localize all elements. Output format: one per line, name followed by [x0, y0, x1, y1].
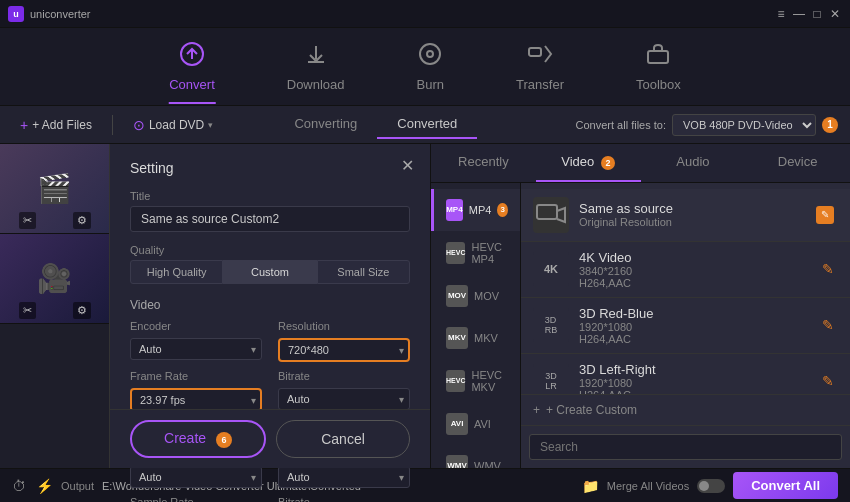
4k-preset-name: 4K Video: [579, 250, 808, 265]
effect-icon[interactable]: ⚙: [73, 212, 91, 229]
format-wmv[interactable]: WMV WMV: [431, 445, 520, 468]
audio-encoder-select[interactable]: Auto: [130, 466, 262, 488]
audio-channel-wrapper: Auto: [278, 466, 410, 488]
quality-label: Quality: [130, 244, 410, 256]
audio-bitrate-label: Bitrate: [278, 496, 410, 502]
folder-btn[interactable]: 📁: [582, 478, 599, 494]
tab-device[interactable]: Device: [745, 144, 850, 182]
tab-video[interactable]: Video 2: [536, 144, 641, 182]
resolution-label: Resolution: [278, 320, 410, 332]
title-bar-left: u uniconverter: [8, 6, 91, 22]
setting-panel: Setting ✕ Title Same as source Custom2 Q…: [110, 144, 430, 468]
preset-3d-left-right[interactable]: 3DLR 3D Left-Right 1920*1080H264,AAC ✎: [521, 354, 850, 394]
minimize-btn[interactable]: —: [792, 7, 806, 21]
format-search: [521, 425, 850, 468]
close-btn[interactable]: ✕: [828, 7, 842, 21]
3d-lr-edit[interactable]: ✎: [818, 371, 838, 391]
clock-icon[interactable]: ⏱: [12, 478, 26, 494]
lightning-icon[interactable]: ⚡: [36, 478, 53, 494]
wmv-label: WMV: [474, 460, 501, 468]
format-hevc-mp4[interactable]: HEVC HEVC MP4: [431, 231, 520, 275]
preset-3d-red-blue[interactable]: 3DRB 3D Red-Blue 1920*1080H264,AAC ✎: [521, 298, 850, 354]
custom-quality-btn[interactable]: Custom: [223, 260, 316, 284]
src-preset-icon: [533, 197, 569, 233]
nav-transfer-label: Transfer: [516, 77, 564, 92]
nav-toolbox[interactable]: Toolbox: [620, 35, 697, 98]
plus-icon: +: [533, 403, 540, 417]
preset-4k[interactable]: 4K 4K Video 3840*2160H264,AAC ✎: [521, 242, 850, 298]
trim-icon[interactable]: ✂: [19, 212, 36, 229]
svg-rect-5: [537, 205, 557, 219]
title-bar-controls[interactable]: ≡ — □ ✕: [774, 7, 842, 21]
format-body: MP4 MP4 3 HEVC HEVC MP4 MOV MOV MKV MKV: [431, 183, 850, 468]
top-nav: Convert Download Burn Transfer: [0, 28, 850, 106]
high-quality-btn[interactable]: High Quality: [130, 260, 223, 284]
create-button[interactable]: Create 6: [130, 420, 266, 458]
tab-converting[interactable]: Converting: [274, 110, 377, 139]
svg-rect-4: [648, 51, 668, 63]
convert-all-label: Convert all files to:: [576, 119, 666, 131]
frame-rate-field: Frame Rate 23.97 fps: [130, 370, 262, 412]
encoder-select[interactable]: Auto: [130, 338, 262, 360]
nav-download[interactable]: Download: [271, 35, 361, 98]
cancel-button[interactable]: Cancel: [276, 420, 410, 458]
tab-audio[interactable]: Audio: [641, 144, 746, 182]
format-hevc-mkv[interactable]: HEVC HEVC MKV: [431, 359, 520, 403]
svg-point-1: [420, 44, 440, 64]
format-avi[interactable]: AVI AVI: [431, 403, 520, 445]
quality-row: High Quality Custom Small Size: [130, 260, 410, 284]
audio-sample-label: Sample Rate: [130, 496, 262, 502]
tab-recently[interactable]: Recently: [431, 144, 536, 182]
3d-rb-edit[interactable]: ✎: [818, 315, 838, 335]
dvd-arrow-icon: ▾: [208, 120, 213, 130]
src-preset-edit[interactable]: ✎: [812, 204, 838, 226]
bitrate-select[interactable]: Auto: [278, 388, 410, 410]
mov-icon: MOV: [446, 285, 468, 307]
create-badge: 6: [216, 432, 232, 448]
format-mov[interactable]: MOV MOV: [431, 275, 520, 317]
nav-download-label: Download: [287, 77, 345, 92]
load-dvd-btn[interactable]: ⊙ Load DVD ▾: [125, 113, 221, 137]
convert-all-format-select[interactable]: VOB 480P DVD-Video: [672, 114, 816, 136]
convert-all-btn[interactable]: Convert All: [733, 472, 838, 499]
file-thumb-icons-1: ✂ ⚙: [0, 212, 109, 229]
small-size-btn[interactable]: Small Size: [317, 260, 410, 284]
preset-same-as-source[interactable]: Same as source Original Resolution ✎: [521, 189, 850, 242]
convert-all-label: Convert All: [751, 478, 820, 493]
mp4-icon: MP4: [446, 199, 463, 221]
effect-icon-2[interactable]: ⚙: [73, 302, 91, 319]
encoder-select-wrapper: Auto: [130, 338, 262, 360]
format-search-input[interactable]: [529, 434, 842, 460]
src-preset-detail: Original Resolution: [579, 216, 802, 228]
mkv-icon: MKV: [446, 327, 468, 349]
create-custom-btn[interactable]: + + Create Custom: [521, 394, 850, 425]
4k-preset-edit[interactable]: ✎: [818, 259, 838, 279]
trim-icon-2[interactable]: ✂: [19, 302, 36, 319]
nav-burn[interactable]: Burn: [401, 35, 460, 98]
resolution-select[interactable]: 720*480: [278, 338, 410, 362]
title-bar: u uniconverter ≡ — □ ✕: [0, 0, 850, 28]
3d-lr-preset-detail: 1920*1080H264,AAC: [579, 377, 808, 394]
nav-transfer[interactable]: Transfer: [500, 35, 580, 98]
nav-convert[interactable]: Convert: [153, 35, 231, 98]
format-mp4[interactable]: MP4 MP4 3: [431, 189, 520, 231]
3d-rb-preset-icon: 3DRB: [533, 307, 569, 343]
audio-channel-select[interactable]: Auto: [278, 466, 410, 488]
setting-close-btn[interactable]: ✕: [401, 156, 414, 175]
main-area: 🎬 ✂ ⚙ 🎥 ✂ ⚙ Setting ✕ Title Same as sour…: [0, 144, 850, 468]
menu-btn[interactable]: ≡: [774, 7, 788, 21]
4k-preset-info: 4K Video 3840*2160H264,AAC: [579, 250, 808, 289]
bitrate-field: Bitrate Auto: [278, 370, 410, 412]
format-mkv[interactable]: MKV MKV: [431, 317, 520, 359]
format-picker: Recently Video 2 Audio Device MP4 MP4 3: [430, 144, 850, 468]
output-label: Output: [61, 480, 94, 492]
maximize-btn[interactable]: □: [810, 7, 824, 21]
convert-all-badge: 1: [822, 117, 838, 133]
tab-group: Converting Converted: [274, 110, 477, 139]
merge-toggle[interactable]: [697, 479, 725, 493]
add-files-btn[interactable]: + + Add Files: [12, 113, 100, 137]
3d-rb-preset-detail: 1920*1080H264,AAC: [579, 321, 808, 345]
format-list: MP4 MP4 3 HEVC HEVC MP4 MOV MOV MKV MKV: [431, 183, 521, 468]
tab-converted[interactable]: Converted: [377, 110, 477, 139]
download-nav-icon: [303, 41, 329, 73]
